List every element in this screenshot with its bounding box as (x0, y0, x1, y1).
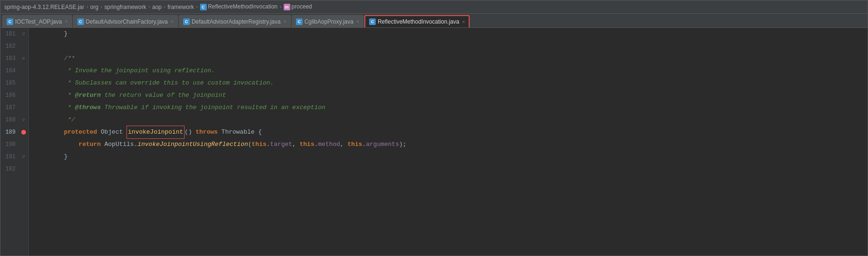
breadcrumb-org[interactable]: org (90, 4, 98, 10)
gutter-icon-183: ≡ (19, 56, 28, 61)
gutter-row-183: 183 ≡ (0, 52, 28, 65)
gutter-icon-191: ▽ (19, 154, 28, 160)
breadcrumb-springframework[interactable]: springframework (104, 4, 146, 10)
line-num-187: 187 (0, 104, 19, 111)
fold-arrow-183[interactable]: ≡ (22, 56, 25, 61)
gutter-row-185: 185 (0, 77, 28, 89)
code-line-192 (29, 163, 868, 175)
tab-label-defaultadvisor: DefaultAdvisorChainFactory.java (86, 18, 168, 25)
tab-defaultadapterregistry[interactable]: C DefaultAdvisorAdapterRegistry.java × (179, 15, 291, 27)
tab-close-cglib[interactable]: × (356, 19, 359, 24)
tab-label-ioctest: IOCTest_AOP.java (15, 18, 62, 25)
gutter-row-192: 192 (0, 163, 28, 175)
line-num-185: 185 (0, 80, 19, 86)
tab-icon-reflective: C (369, 18, 376, 25)
tab-ioctest[interactable]: C IOCTest_AOP.java × (2, 15, 72, 27)
tab-close-defaultadvisor[interactable]: × (170, 19, 173, 24)
gutter-row-191: 191 ▽ (0, 151, 28, 163)
code-line-191: } (29, 151, 868, 163)
gutter-row-186: 186 (0, 89, 28, 102)
tab-icon-ioctest: C (7, 18, 13, 25)
code-line-187: * @throws Throwable if invoking the join… (29, 102, 868, 114)
tab-icon-defaultadapterregistry: C (183, 18, 190, 25)
tabs-bar: C IOCTest_AOP.java × C DefaultAdvisorCha… (0, 14, 868, 28)
fold-arrow-188[interactable]: ▽ (22, 117, 25, 123)
code-line-185: * Subclasses can override this to use cu… (29, 77, 868, 89)
breadcrumb-framework[interactable]: framework (168, 4, 194, 10)
code-line-182 (29, 40, 868, 52)
breadcrumb-aop[interactable]: aop (152, 4, 161, 10)
code-line-183: /** (29, 52, 868, 65)
tab-reflective[interactable]: C ReflectiveMethodInvocation.java × (364, 15, 470, 27)
code-content[interactable]: } /** * Invoke the joinpoint using refle… (29, 28, 868, 256)
code-area: 181 ▽ 182 183 ≡ 184 (0, 28, 868, 256)
code-line-184: * Invoke the joinpoint using reflection. (29, 65, 868, 77)
gutter-row-189: 189 (0, 126, 28, 138)
line-num-184: 184 (0, 68, 19, 74)
gutter-row-190: 190 (0, 138, 28, 151)
tab-label-defaultadapterregistry: DefaultAdvisorAdapterRegistry.java (192, 18, 281, 25)
line-num-192: 192 (0, 166, 19, 172)
fold-arrow-191[interactable]: ▽ (22, 154, 25, 160)
tab-close-reflective[interactable]: × (462, 19, 465, 25)
code-line-189: protected Object invokeJoinpoint() throw… (29, 126, 868, 138)
line-num-190: 190 (0, 141, 19, 148)
breadcrumb-bar: spring-aop-4.3.12.RELEASE.jar › org › sp… (0, 0, 868, 14)
gutter-row-188: 188 ▽ (0, 114, 28, 126)
line-num-189: 189 (0, 129, 19, 136)
tab-icon-defaultadvisor: C (77, 18, 84, 25)
code-line-190: return AopUtils.invokeJoinpointUsingRefl… (29, 138, 868, 151)
tab-close-defaultadapterregistry[interactable]: × (283, 19, 286, 24)
fold-arrow-181[interactable]: ▽ (22, 31, 25, 37)
gutter-icon-181: ▽ (19, 31, 28, 37)
tab-icon-cglib: C (296, 18, 303, 25)
code-line-186: * @return the return value of the joinpo… (29, 89, 868, 102)
tab-cglib[interactable]: C CglibAopProxy.java × (292, 15, 363, 27)
tab-defaultadvisor[interactable]: C DefaultAdvisorChainFactory.java × (73, 15, 178, 27)
line-num-186: 186 (0, 92, 19, 99)
tab-close-ioctest[interactable]: × (65, 19, 67, 24)
line-num-181: 181 (0, 31, 19, 37)
line-num-182: 182 (0, 43, 19, 50)
method-icon: m (284, 4, 290, 10)
gutter-icon-189 (19, 130, 28, 135)
gutter-row-187: 187 (0, 102, 28, 114)
tab-label-reflective: ReflectiveMethodInvocation.java (378, 18, 459, 25)
tab-label-cglib: CglibAopProxy.java (304, 18, 354, 25)
code-line-188: */ (29, 114, 868, 126)
breakpoint-189[interactable] (21, 130, 26, 135)
breadcrumb-jar[interactable]: spring-aop-4.3.12.RELEASE.jar (4, 4, 84, 10)
gutter-icon-188: ▽ (19, 117, 28, 123)
class-icon: C (200, 4, 207, 10)
line-gutter: 181 ▽ 182 183 ≡ 184 (0, 28, 29, 256)
line-num-191: 191 (0, 154, 19, 160)
breadcrumb-method[interactable]: mproceed (284, 3, 312, 10)
gutter-row-182: 182 (0, 40, 28, 52)
code-line-181: } (29, 28, 868, 40)
code-lines: } /** * Invoke the joinpoint using refle… (29, 28, 868, 175)
gutter-row-184: 184 (0, 65, 28, 77)
line-num-183: 183 (0, 55, 19, 62)
breadcrumb-class[interactable]: CReflectiveMethodInvocation (200, 3, 278, 10)
gutter-row-181: 181 ▽ (0, 28, 28, 40)
line-num-188: 188 (0, 117, 19, 123)
editor-container: spring-aop-4.3.12.RELEASE.jar › org › sp… (0, 0, 868, 256)
